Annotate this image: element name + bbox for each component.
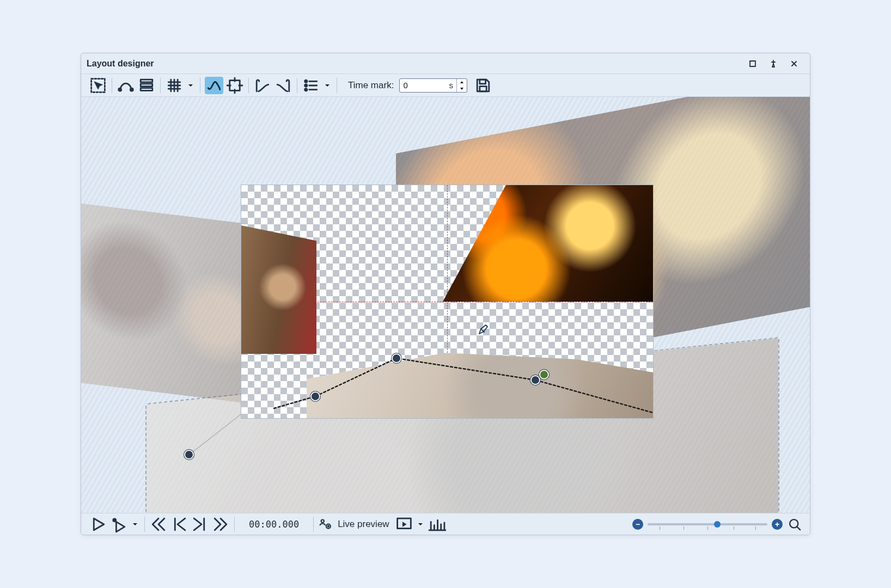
svg-point-14 [321, 519, 324, 522]
prev-frame-button[interactable] [170, 516, 188, 533]
play-from-cursor-button[interactable] [109, 516, 128, 533]
path-handle-3[interactable] [532, 376, 539, 384]
play-options-dropdown[interactable] [130, 522, 140, 527]
svg-point-10 [305, 88, 307, 90]
curve-left-tool-button[interactable] [253, 77, 272, 94]
toolbar-separator [337, 78, 337, 93]
ruler-toggle-button[interactable] [428, 516, 446, 533]
toolbar-separator [297, 78, 297, 93]
time-mark-label: Time mark: [348, 80, 394, 91]
svg-point-8 [305, 80, 307, 82]
path-handle-outer[interactable] [185, 451, 193, 458]
toolbar-separator [200, 78, 200, 93]
pen-cursor-icon [478, 323, 490, 337]
svg-point-13 [113, 518, 116, 521]
canvas-viewport[interactable] [241, 185, 653, 418]
time-mark-value-field[interactable] [400, 81, 449, 90]
next-frame-button[interactable] [191, 516, 209, 533]
preview-window-button[interactable] [395, 516, 413, 533]
pin-button[interactable] [763, 55, 784, 72]
clip-image-couple[interactable] [241, 225, 316, 354]
path-handle-1[interactable] [312, 393, 319, 400]
zoom-out-button[interactable]: − [632, 519, 643, 530]
window-title: Layout designer [87, 59, 154, 69]
time-mark-step-up[interactable] [457, 79, 467, 85]
svg-rect-11 [480, 79, 486, 84]
svg-rect-5 [141, 83, 152, 86]
live-preview-icon[interactable] [318, 516, 332, 533]
toolbar-separator [234, 517, 235, 532]
freehand-tool-button[interactable] [205, 77, 223, 94]
clip-image-fire[interactable] [443, 185, 653, 302]
crop-tool-button[interactable] [225, 77, 244, 94]
curve-right-tool-button[interactable] [274, 77, 292, 94]
toolbar-separator [313, 517, 314, 532]
list-dropdown[interactable] [322, 83, 332, 88]
close-button[interactable] [784, 55, 804, 72]
preview-options-dropdown[interactable] [416, 522, 425, 527]
clip-image-winter[interactable] [307, 353, 653, 418]
svg-rect-6 [141, 88, 152, 90]
list-tool-button[interactable] [302, 77, 320, 94]
svg-point-18 [790, 519, 798, 528]
svg-point-16 [328, 525, 329, 526]
zoom-thumb[interactable] [714, 521, 721, 528]
bottom-toolbar: 00:00.000 Live preview − + [81, 513, 810, 535]
stack-tool-button[interactable] [137, 77, 156, 94]
design-canvas[interactable] [81, 97, 810, 513]
path-handle-2[interactable] [393, 354, 400, 362]
zoom-track[interactable] [648, 523, 767, 525]
bezier-tool-button[interactable] [117, 77, 135, 94]
time-mark-input[interactable]: s [399, 78, 467, 93]
fast-forward-button[interactable] [211, 516, 230, 533]
grid-dropdown[interactable] [186, 83, 196, 88]
time-mark-unit: s [449, 81, 456, 90]
zoom-in-button[interactable]: + [772, 519, 783, 530]
svg-rect-0 [750, 61, 755, 66]
zoom-slider: − + [632, 516, 802, 533]
title-bar: Layout designer [81, 53, 810, 74]
save-button[interactable] [474, 77, 492, 94]
layout-designer-window: Layout designer [81, 53, 810, 535]
grid-tool-button[interactable] [165, 77, 184, 94]
timecode-display: 00:00.000 [249, 519, 299, 530]
toolbar-separator [144, 517, 145, 532]
rewind-button[interactable] [149, 516, 168, 533]
svg-rect-12 [480, 86, 486, 91]
live-preview-label: Live preview [338, 519, 389, 530]
svg-rect-4 [141, 79, 152, 82]
path-handle-active[interactable] [540, 371, 548, 378]
play-button[interactable] [89, 516, 107, 533]
maximize-button[interactable] [742, 55, 763, 72]
svg-point-9 [305, 84, 307, 86]
toolbar-separator [248, 78, 249, 93]
top-toolbar: Time mark: s [81, 74, 810, 97]
zoom-fit-button[interactable] [787, 516, 802, 533]
toolbar-separator [160, 78, 161, 93]
time-mark-step-down[interactable] [457, 85, 467, 92]
select-tool-button[interactable] [89, 77, 107, 94]
toolbar-separator [112, 78, 112, 93]
